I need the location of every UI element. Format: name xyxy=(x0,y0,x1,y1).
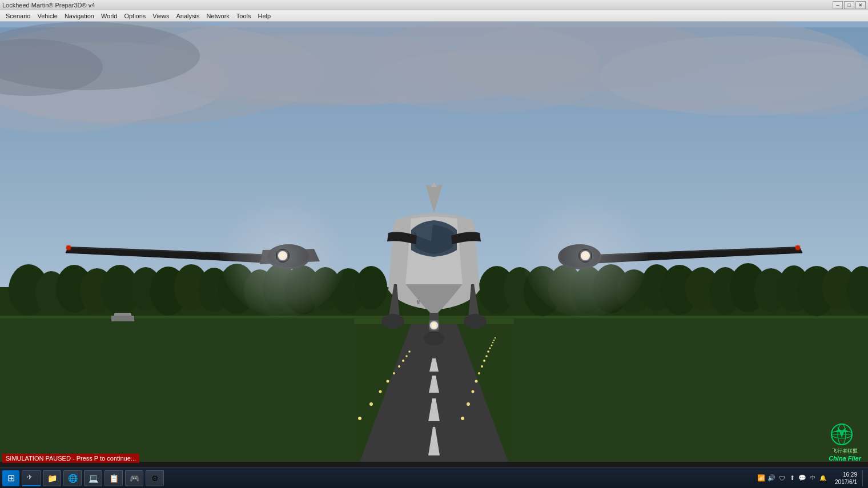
svg-rect-115 xyxy=(111,316,134,321)
menu-vehicle[interactable]: Vehicle xyxy=(34,12,61,20)
menu-bar: Scenario Vehicle Navigation World Option… xyxy=(0,10,868,22)
svg-point-53 xyxy=(398,365,400,368)
app6-icon: ⚙ xyxy=(150,473,160,483)
svg-point-31 xyxy=(492,342,494,344)
svg-point-99 xyxy=(280,253,286,259)
svg-rect-57 xyxy=(0,318,354,462)
simulation-viewport: N SIMULATION PAUSED - Press P to continu… xyxy=(0,22,868,467)
svg-point-111 xyxy=(381,314,404,329)
svg-point-106 xyxy=(582,253,588,259)
svg-point-25 xyxy=(481,365,483,368)
svg-point-51 xyxy=(387,380,389,383)
svg-point-56 xyxy=(408,350,411,353)
svg-point-75 xyxy=(355,266,387,309)
menu-navigation[interactable]: Navigation xyxy=(61,12,98,20)
start-icon: ⊞ xyxy=(7,473,15,483)
watermark-english: China Flier xyxy=(829,455,861,462)
svg-point-100 xyxy=(795,245,800,250)
svg-point-55 xyxy=(405,355,408,357)
watermark: 飞行者联盟 China Flier xyxy=(829,422,861,462)
menu-options[interactable]: Options xyxy=(120,12,149,20)
taskbar-app-4[interactable]: 📋 xyxy=(105,470,123,486)
scene-svg: N xyxy=(0,22,868,467)
svg-point-28 xyxy=(487,350,489,353)
taskbar-app-explorer[interactable]: 📁 xyxy=(43,470,61,486)
svg-point-49 xyxy=(369,402,373,406)
svg-point-22 xyxy=(472,390,475,393)
app5-icon: 🎮 xyxy=(129,473,139,483)
svg-rect-58 xyxy=(514,318,868,462)
svg-point-50 xyxy=(379,390,382,393)
window-title: Lockheed Martin® Prepar3D® v4 xyxy=(2,2,95,9)
watermark-logo xyxy=(829,422,861,447)
show-desktop-button[interactable] xyxy=(862,470,866,486)
svg-point-48 xyxy=(358,417,361,420)
start-button[interactable]: ⊞ xyxy=(2,470,19,486)
svg-point-33 xyxy=(495,337,496,338)
menu-world[interactable]: World xyxy=(98,12,121,20)
window-controls: – □ ✕ xyxy=(833,1,866,9)
svg-point-29 xyxy=(489,348,491,349)
browser-icon: 🌐 xyxy=(67,473,78,483)
svg-point-112 xyxy=(464,314,487,329)
restore-button[interactable]: □ xyxy=(844,1,854,9)
svg-point-93 xyxy=(66,245,71,250)
taskbar-app-browser[interactable]: 🌐 xyxy=(63,470,82,486)
svg-point-26 xyxy=(483,360,485,362)
svg-point-21 xyxy=(467,402,470,406)
taskbar: ⊞ ✈ 📁 🌐 💻 📋 🎮 ⚙ 📶 🔊 🛡 ⬆ xyxy=(0,467,868,488)
svg-point-23 xyxy=(475,380,478,383)
simulation-paused-message: SIMULATION PAUSED - Press P to continue.… xyxy=(2,454,139,463)
minimize-button[interactable]: – xyxy=(833,1,843,9)
title-bar: Lockheed Martin® Prepar3D® v4 – □ ✕ xyxy=(0,0,868,10)
tray-shield-icon[interactable]: 🛡 xyxy=(777,474,786,483)
taskbar-right: 📶 🔊 🛡 ⬆ 💬 中 🔔 16:29 2017/6/1 xyxy=(754,470,866,486)
menu-analysis[interactable]: Analysis xyxy=(173,12,203,20)
taskbar-app-5[interactable]: 🎮 xyxy=(125,470,143,486)
tray-upload-icon[interactable]: ⬆ xyxy=(787,474,797,483)
svg-point-32 xyxy=(493,340,495,341)
watermark-chinese: 飞行者联盟 xyxy=(832,447,858,455)
clock-time: 16:29 xyxy=(835,471,857,478)
taskbar-apps: ✈ 📁 🌐 💻 📋 🎮 ⚙ xyxy=(22,470,164,486)
app3-icon: 💻 xyxy=(88,473,98,483)
tray-extra-icon[interactable]: 🔔 xyxy=(818,474,827,483)
system-clock[interactable]: 16:29 2017/6/1 xyxy=(831,471,861,486)
taskbar-app-3[interactable]: 💻 xyxy=(84,470,102,486)
menu-scenario[interactable]: Scenario xyxy=(2,12,34,20)
svg-point-20 xyxy=(461,417,464,420)
explorer-icon: 📁 xyxy=(47,473,57,483)
svg-point-24 xyxy=(478,372,480,374)
system-tray: 📶 🔊 🛡 ⬆ 💬 中 🔔 xyxy=(754,474,830,483)
svg-point-30 xyxy=(491,345,493,346)
app4-icon: 📋 xyxy=(108,473,119,483)
close-button[interactable]: ✕ xyxy=(855,1,866,9)
svg-point-54 xyxy=(402,360,404,362)
svg-point-52 xyxy=(393,372,395,374)
menu-views[interactable]: Views xyxy=(149,12,172,20)
clock-date: 2017/6/1 xyxy=(835,478,857,486)
menu-tools[interactable]: Tools xyxy=(233,12,255,20)
svg-point-110 xyxy=(432,323,436,328)
tray-volume-icon[interactable]: 🔊 xyxy=(767,474,776,483)
taskbar-app-p3d[interactable]: ✈ xyxy=(22,470,41,486)
tray-msg-icon[interactable]: 💬 xyxy=(798,474,807,483)
taskbar-app-6[interactable]: ⚙ xyxy=(146,470,164,486)
svg-text:N: N xyxy=(417,300,420,305)
svg-point-108 xyxy=(424,332,444,345)
menu-help[interactable]: Help xyxy=(255,12,275,20)
svg-point-27 xyxy=(485,355,488,357)
tray-network-icon[interactable]: 📶 xyxy=(757,474,766,483)
tray-lang-icon[interactable]: 中 xyxy=(808,474,817,483)
menu-network[interactable]: Network xyxy=(203,12,232,20)
p3d-icon: ✈ xyxy=(27,473,36,482)
